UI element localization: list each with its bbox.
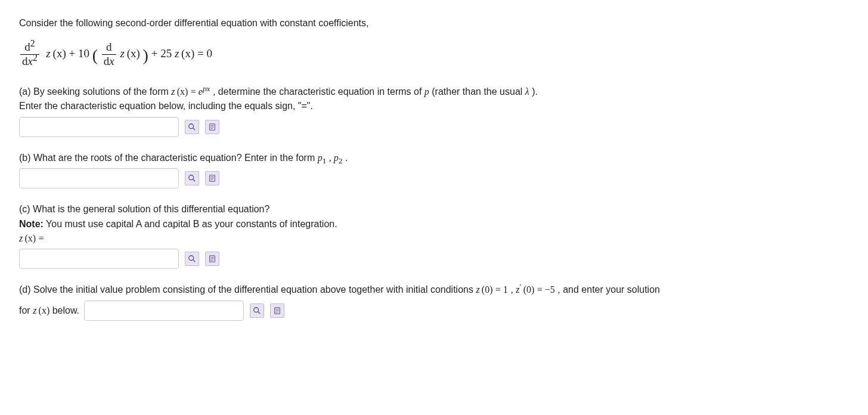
part-d-input[interactable] (84, 301, 244, 321)
part-c-input[interactable] (19, 249, 179, 269)
svg-line-1 (193, 128, 196, 131)
part-d-prompt: (d) Solve the initial value problem cons… (19, 283, 849, 296)
differential-equation: d2 dx2 z (x) + 10 ( d dx z (x) ) + 25 z … (19, 41, 849, 69)
part-b-input[interactable] (19, 168, 179, 188)
help-icon[interactable] (270, 303, 284, 318)
part-a-prompt: (a) By seeking solutions of the form z (… (19, 85, 849, 98)
part-a-input[interactable] (19, 117, 179, 137)
preview-icon[interactable] (185, 171, 199, 185)
svg-point-18 (254, 307, 259, 312)
svg-point-0 (189, 124, 194, 129)
svg-line-19 (258, 311, 261, 314)
part-d-line2: for z (x) below. (19, 301, 849, 321)
svg-line-13 (193, 260, 196, 262)
svg-line-7 (193, 179, 196, 182)
help-icon[interactable] (205, 120, 219, 134)
svg-point-6 (189, 175, 194, 180)
preview-icon[interactable] (185, 252, 199, 266)
intro-span: Consider the following second-order diff… (19, 18, 368, 28)
help-icon[interactable] (205, 252, 219, 266)
preview-icon[interactable] (250, 303, 264, 318)
help-icon[interactable] (205, 171, 219, 185)
part-b-prompt: (b) What are the roots of the characteri… (19, 151, 849, 165)
part-a-answer-row (19, 117, 849, 137)
part-c-prompt-line1: (c) What is the general solution of this… (19, 203, 849, 216)
preview-icon[interactable] (185, 120, 199, 134)
part-c-lhs: z (x) = (19, 232, 849, 245)
part-c-note: Note: You must use capital A and capital… (19, 218, 849, 231)
part-a-prompt-line2: Enter the characteristic equation below,… (19, 100, 849, 113)
svg-point-12 (189, 256, 194, 261)
part-c-answer-row (19, 249, 849, 269)
part-b-answer-row (19, 168, 849, 188)
intro-text: Consider the following second-order diff… (19, 17, 849, 30)
